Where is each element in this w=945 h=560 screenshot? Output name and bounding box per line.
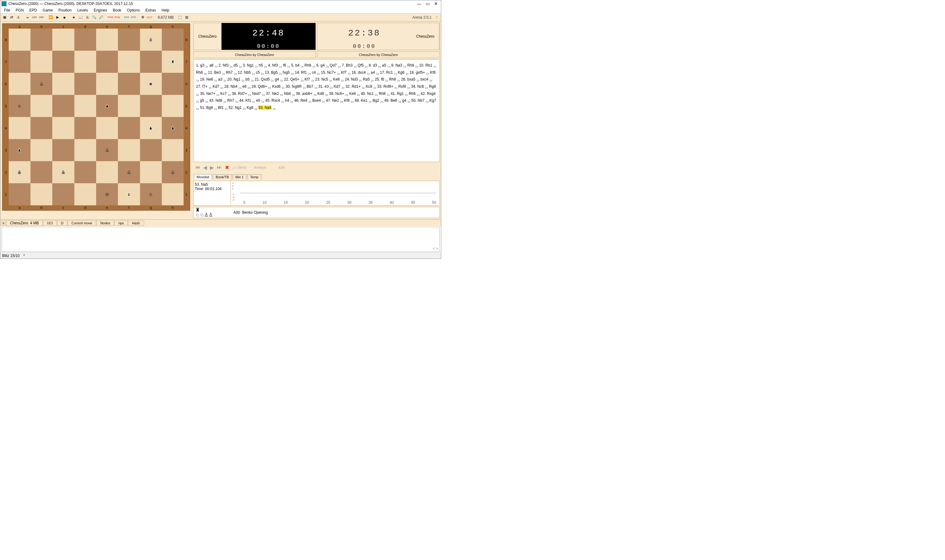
square-d7[interactable] xyxy=(74,51,96,73)
nav-edit-label[interactable]: Edit xyxy=(279,166,285,169)
square-e7[interactable] xyxy=(96,51,118,73)
tool-lev1-icon[interactable]: LEV xyxy=(31,14,38,20)
square-a7[interactable] xyxy=(9,51,31,73)
square-h1[interactable] xyxy=(162,183,183,205)
square-b8[interactable] xyxy=(31,29,52,51)
scroll-arrows[interactable]: < > xyxy=(433,246,438,251)
close-button[interactable]: ✕ xyxy=(434,2,438,6)
tool-epd2-icon[interactable]: EPD xyxy=(130,14,137,20)
tool-copy-icon[interactable]: ⎘ xyxy=(84,14,91,20)
square-f7[interactable] xyxy=(118,51,140,73)
square-a6[interactable] xyxy=(9,73,31,95)
tool-lev2-icon[interactable]: LEV xyxy=(38,14,45,20)
square-e3[interactable]: ♙ xyxy=(96,139,118,161)
square-e1[interactable]: ♔ xyxy=(96,183,118,205)
square-c8[interactable] xyxy=(52,29,74,51)
nav-delete-icon[interactable]: ✖ xyxy=(225,165,229,171)
tool-pgn2-icon[interactable]: PGN xyxy=(114,14,120,20)
tool-board-icon[interactable]: ▦ xyxy=(2,14,8,20)
nav-first-icon[interactable]: ⏮ xyxy=(195,165,200,170)
square-h4[interactable]: ♟ xyxy=(162,117,183,139)
square-b5[interactable] xyxy=(31,95,52,117)
tool-stop-icon[interactable]: ■ xyxy=(61,14,68,20)
tool-expand-icon[interactable]: ⛶ xyxy=(177,14,183,20)
tab-temp[interactable]: Temp xyxy=(247,174,262,180)
menu-game[interactable]: Game xyxy=(40,8,55,13)
square-g5[interactable] xyxy=(140,95,162,117)
square-f8[interactable] xyxy=(118,29,140,51)
square-h6[interactable] xyxy=(162,73,183,95)
nav-next-icon[interactable]: ▶ xyxy=(210,165,214,171)
tool-infinity-icon[interactable]: ∞ xyxy=(25,14,31,20)
tool-piece-icon[interactable]: ♙ xyxy=(15,14,22,20)
square-h8[interactable] xyxy=(162,29,183,51)
square-f2[interactable]: ♙ xyxy=(118,161,140,183)
tool-epd1-icon[interactable]: EPD xyxy=(123,14,130,20)
menu-file[interactable]: File xyxy=(2,8,12,13)
maximize-button[interactable]: ▭ xyxy=(426,2,430,6)
square-f3[interactable] xyxy=(118,139,140,161)
eval-graph[interactable]: 321-1-2-3 5101520253035404550 xyxy=(231,181,439,205)
square-a4[interactable] xyxy=(9,117,31,139)
square-b7[interactable] xyxy=(31,51,52,73)
square-b4[interactable] xyxy=(31,117,52,139)
square-e2[interactable] xyxy=(96,161,118,183)
square-f1[interactable]: ♝ xyxy=(118,183,140,205)
nav-last-icon[interactable]: ⏭ xyxy=(217,165,222,170)
square-b1[interactable] xyxy=(31,183,52,205)
square-c4[interactable] xyxy=(52,117,74,139)
square-g3[interactable] xyxy=(140,139,162,161)
menu-help[interactable]: Help xyxy=(159,8,172,13)
tab-movelist[interactable]: Movelist xyxy=(194,174,212,180)
square-h7[interactable]: ♜ xyxy=(162,51,183,73)
square-g1[interactable]: ♘ xyxy=(140,183,162,205)
square-e4[interactable] xyxy=(96,117,118,139)
square-g4[interactable]: ♟ xyxy=(140,117,162,139)
square-d2[interactable] xyxy=(74,161,96,183)
square-a3[interactable]: ♟ xyxy=(9,139,31,161)
square-c5[interactable] xyxy=(52,95,74,117)
tool-book-icon[interactable]: 📖 xyxy=(77,14,84,20)
menu-pgn[interactable]: PGN xyxy=(13,8,26,13)
square-d6[interactable] xyxy=(74,73,96,95)
menu-levels[interactable]: Levels xyxy=(75,8,91,13)
tool-heart-icon[interactable]: ♥ xyxy=(71,14,77,20)
square-h5[interactable] xyxy=(162,95,183,117)
tool-zoomout-icon[interactable]: 🔎 xyxy=(98,14,104,20)
square-c6[interactable] xyxy=(52,73,74,95)
menu-position[interactable]: Position xyxy=(56,8,74,13)
square-e6[interactable] xyxy=(96,73,118,95)
tab-mix1[interactable]: Mix 1 xyxy=(233,174,246,180)
square-f5[interactable] xyxy=(118,95,140,117)
square-b6[interactable]: ♙ xyxy=(31,73,52,95)
square-g2[interactable] xyxy=(140,161,162,183)
square-d1[interactable] xyxy=(74,183,96,205)
tool-play-icon[interactable]: ▶ xyxy=(54,14,61,20)
nav-analyze-label[interactable]: Analyze xyxy=(254,166,266,169)
square-d8[interactable] xyxy=(74,29,96,51)
menu-options[interactable]: Options xyxy=(125,8,142,13)
square-d5[interactable] xyxy=(74,95,96,117)
square-a5[interactable]: ♘ xyxy=(9,95,31,117)
square-e5[interactable]: ♟ xyxy=(96,95,118,117)
help-icon[interactable]: ? xyxy=(434,14,440,20)
square-b3[interactable] xyxy=(31,139,52,161)
movelist[interactable]: 1. g3 2s a6 1s 2. Nf3 1s d5 1s 3. Ng1 1s… xyxy=(193,59,440,162)
square-g7[interactable] xyxy=(140,51,162,73)
square-a1[interactable] xyxy=(9,183,31,205)
square-d4[interactable] xyxy=(74,117,96,139)
square-d3[interactable] xyxy=(74,139,96,161)
tool-dgt-icon[interactable]: DGT xyxy=(146,14,153,20)
square-g6[interactable]: ♚ xyxy=(140,73,162,95)
square-h3[interactable] xyxy=(162,139,183,161)
tool-fastfwd-icon[interactable]: ⏩ xyxy=(48,14,54,20)
square-g8[interactable]: ♗ xyxy=(140,29,162,51)
square-b2[interactable] xyxy=(31,161,52,183)
square-c2[interactable]: ♙ xyxy=(52,161,74,183)
nav-demo-icon[interactable]: ⇄ xyxy=(232,165,236,171)
menu-extras[interactable]: Extras xyxy=(143,8,159,13)
square-a8[interactable] xyxy=(9,29,31,51)
nav-prev-icon[interactable]: ◀ xyxy=(203,165,207,171)
square-c1[interactable] xyxy=(52,183,74,205)
square-f6[interactable] xyxy=(118,73,140,95)
